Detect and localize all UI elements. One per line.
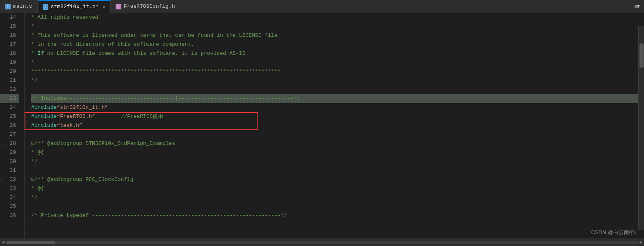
tab-main-c[interactable]: C main.c xyxy=(0,0,38,13)
code-line-34: */ xyxy=(31,193,644,202)
code-line-23: /* Includes ----------------------------… xyxy=(31,94,644,103)
line-number-21: 21 xyxy=(0,76,19,85)
line-number-17: 17 xyxy=(0,40,19,49)
collapse-icon-28[interactable]: ⊟ xyxy=(1,139,3,148)
line-number-33: 33 xyxy=(0,184,19,193)
tab-close-icon[interactable]: ✕ xyxy=(103,5,105,9)
close-window-button[interactable]: ✕ xyxy=(634,0,638,13)
scroll-right-button[interactable]: ▶ xyxy=(639,239,644,245)
code-line-25: #include “FreeRTOS.h” //FreeRTOS使用 xyxy=(31,112,644,121)
code-line-16: * This software is licensed under terms … xyxy=(31,31,644,40)
tab-icon-main-c: C xyxy=(5,4,11,9)
code-line-19: * xyxy=(31,58,644,67)
code-line-14: * All rights reserved. xyxy=(31,13,644,22)
code-line-33: * @{ xyxy=(31,184,644,193)
line-number-20: 20 xyxy=(0,67,19,76)
tab-stm32-it-c[interactable]: C stm32f10x_it.c* ✕ xyxy=(38,0,111,13)
tab-label-stm32-it-c: stm32f10x_it.c* xyxy=(51,4,99,10)
code-line-35 xyxy=(31,202,644,211)
code-line-20: ****************************************… xyxy=(31,67,644,76)
code-line-30: */ xyxy=(31,157,644,166)
code-line-28: ⊟/** @addtogroup STM32F10x_StdPeriph_Exa… xyxy=(31,139,644,148)
code-line-32: ⊟/** @addtogroup RCC_ClockConfig xyxy=(31,175,644,184)
line-number-29: 29 xyxy=(0,148,19,157)
tab-label-main-c: main.c xyxy=(13,3,32,9)
line-number-15: 15 xyxy=(0,22,19,31)
line-number-27: 27 xyxy=(0,130,19,139)
scroll-left-button[interactable]: ◀ xyxy=(0,239,5,245)
scrollbar-thumb[interactable] xyxy=(6,241,55,244)
horizontal-scrollbar[interactable]: ◀ ▶ xyxy=(0,238,644,246)
code-line-29: * @{ xyxy=(31,148,644,157)
line-number-32: ⊟32 xyxy=(0,175,19,184)
line-number-30: 30 xyxy=(0,157,19,166)
line-number-16: 16 xyxy=(0,31,19,40)
line-number-25: 25 xyxy=(0,112,19,121)
line-number-18: 18 xyxy=(0,49,19,58)
code-area[interactable]: * All rights reserved. * * This software… xyxy=(25,13,644,238)
tab-freertos-config-h[interactable]: H FreeRTOSConfig.h xyxy=(111,0,180,13)
collapse-icon-32[interactable]: ⊟ xyxy=(1,175,3,184)
editor-container: 14 15 16 17 18 19 20 21 22 23 24 25 26 2… xyxy=(0,13,644,238)
watermark: CSDN @白云|啰狗 xyxy=(591,229,636,236)
code-line-24: #include “stm32f10x_it.h” xyxy=(31,103,644,112)
tab-icon-freertos-h: H xyxy=(116,4,121,9)
line-number-19: 19 xyxy=(0,58,19,67)
code-line-22 xyxy=(31,85,644,94)
tab-icon-stm32-it-c: C xyxy=(43,4,48,10)
line-number-34: 34 xyxy=(0,193,19,202)
line-number-23: 23 xyxy=(0,94,19,103)
line-number-22: 22 xyxy=(0,85,19,94)
code-line-36: /* Private typedef ---------------------… xyxy=(31,211,644,220)
line-number-14: 14 xyxy=(0,13,19,22)
code-line-17: * in the root directory of this software… xyxy=(31,40,644,49)
vertical-scrollbar[interactable] xyxy=(638,26,644,230)
line-number-28: ⊟28 xyxy=(0,139,19,148)
code-line-26: #include “task.h” xyxy=(31,121,644,130)
line-number-31: 31 xyxy=(0,166,19,175)
code-line-15: * xyxy=(31,22,644,31)
line-number-26: 26 xyxy=(0,121,19,130)
vertical-scrollbar-thumb[interactable] xyxy=(639,43,644,68)
line-number-36: 36 xyxy=(0,211,19,220)
code-line-31 xyxy=(31,166,644,175)
scrollbar-track xyxy=(6,241,638,244)
tab-label-freertos-h: FreeRTOSConfig.h xyxy=(124,3,175,9)
code-line-21: */ xyxy=(31,76,644,85)
code-line-27 xyxy=(31,130,644,139)
tab-bar: C main.c C stm32f10x_it.c* ✕ H FreeRTOSC… xyxy=(0,0,644,13)
code-line-18: * If no LICENSE file comes with this sof… xyxy=(31,49,644,58)
line-number-35: 35 xyxy=(0,202,19,211)
line-numbers-panel: 14 15 16 17 18 19 20 21 22 23 24 25 26 2… xyxy=(0,13,25,238)
line-number-24: 24 xyxy=(0,103,19,112)
